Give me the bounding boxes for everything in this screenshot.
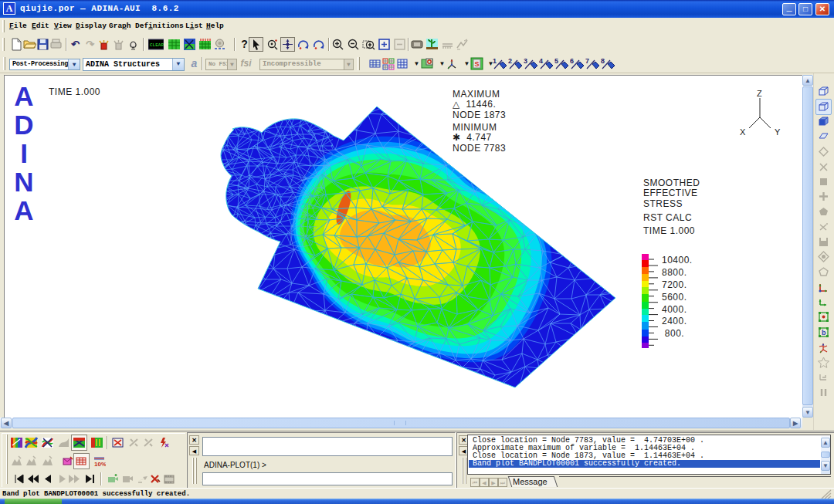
svg-text:Y: Y — [775, 127, 781, 137]
svg-text:Z: Z — [757, 89, 762, 98]
svg-text:10%: 10% — [94, 461, 106, 468]
svg-text:X: X — [740, 127, 746, 137]
svg-text:b: b — [822, 329, 826, 337]
